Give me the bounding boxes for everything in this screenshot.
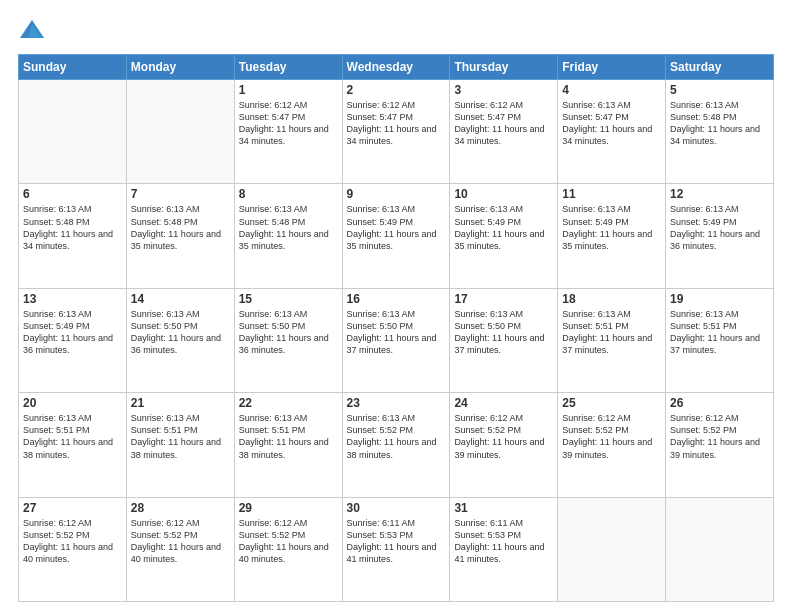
cell-content: Sunrise: 6:12 AM Sunset: 5:52 PM Dayligh… — [670, 412, 769, 461]
calendar-cell: 23Sunrise: 6:13 AM Sunset: 5:52 PM Dayli… — [342, 393, 450, 497]
day-number: 12 — [670, 187, 769, 201]
day-number: 9 — [347, 187, 446, 201]
day-number: 8 — [239, 187, 338, 201]
page: SundayMondayTuesdayWednesdayThursdayFrid… — [0, 0, 792, 612]
calendar-cell — [126, 80, 234, 184]
calendar-week-1: 1Sunrise: 6:12 AM Sunset: 5:47 PM Daylig… — [19, 80, 774, 184]
calendar-cell: 6Sunrise: 6:13 AM Sunset: 5:48 PM Daylig… — [19, 184, 127, 288]
day-number: 11 — [562, 187, 661, 201]
calendar-cell: 5Sunrise: 6:13 AM Sunset: 5:48 PM Daylig… — [666, 80, 774, 184]
calendar-cell: 25Sunrise: 6:12 AM Sunset: 5:52 PM Dayli… — [558, 393, 666, 497]
day-header-tuesday: Tuesday — [234, 55, 342, 80]
cell-content: Sunrise: 6:13 AM Sunset: 5:49 PM Dayligh… — [23, 308, 122, 357]
calendar-cell: 10Sunrise: 6:13 AM Sunset: 5:49 PM Dayli… — [450, 184, 558, 288]
calendar-cell: 11Sunrise: 6:13 AM Sunset: 5:49 PM Dayli… — [558, 184, 666, 288]
cell-content: Sunrise: 6:12 AM Sunset: 5:52 PM Dayligh… — [454, 412, 553, 461]
cell-content: Sunrise: 6:13 AM Sunset: 5:48 PM Dayligh… — [131, 203, 230, 252]
cell-content: Sunrise: 6:12 AM Sunset: 5:52 PM Dayligh… — [239, 517, 338, 566]
day-number: 5 — [670, 83, 769, 97]
calendar-header-row: SundayMondayTuesdayWednesdayThursdayFrid… — [19, 55, 774, 80]
day-number: 6 — [23, 187, 122, 201]
cell-content: Sunrise: 6:13 AM Sunset: 5:50 PM Dayligh… — [454, 308, 553, 357]
cell-content: Sunrise: 6:13 AM Sunset: 5:51 PM Dayligh… — [562, 308, 661, 357]
calendar-cell: 21Sunrise: 6:13 AM Sunset: 5:51 PM Dayli… — [126, 393, 234, 497]
cell-content: Sunrise: 6:13 AM Sunset: 5:48 PM Dayligh… — [670, 99, 769, 148]
calendar-cell: 9Sunrise: 6:13 AM Sunset: 5:49 PM Daylig… — [342, 184, 450, 288]
calendar-cell: 7Sunrise: 6:13 AM Sunset: 5:48 PM Daylig… — [126, 184, 234, 288]
cell-content: Sunrise: 6:13 AM Sunset: 5:50 PM Dayligh… — [239, 308, 338, 357]
day-number: 18 — [562, 292, 661, 306]
day-number: 14 — [131, 292, 230, 306]
calendar-cell — [666, 497, 774, 601]
day-number: 20 — [23, 396, 122, 410]
day-number: 16 — [347, 292, 446, 306]
calendar-cell: 18Sunrise: 6:13 AM Sunset: 5:51 PM Dayli… — [558, 288, 666, 392]
cell-content: Sunrise: 6:13 AM Sunset: 5:47 PM Dayligh… — [562, 99, 661, 148]
calendar-cell: 1Sunrise: 6:12 AM Sunset: 5:47 PM Daylig… — [234, 80, 342, 184]
cell-content: Sunrise: 6:13 AM Sunset: 5:50 PM Dayligh… — [347, 308, 446, 357]
header — [18, 16, 774, 44]
calendar-week-3: 13Sunrise: 6:13 AM Sunset: 5:49 PM Dayli… — [19, 288, 774, 392]
cell-content: Sunrise: 6:13 AM Sunset: 5:49 PM Dayligh… — [562, 203, 661, 252]
day-number: 31 — [454, 501, 553, 515]
day-number: 22 — [239, 396, 338, 410]
calendar-cell: 15Sunrise: 6:13 AM Sunset: 5:50 PM Dayli… — [234, 288, 342, 392]
calendar-cell: 24Sunrise: 6:12 AM Sunset: 5:52 PM Dayli… — [450, 393, 558, 497]
calendar-cell: 14Sunrise: 6:13 AM Sunset: 5:50 PM Dayli… — [126, 288, 234, 392]
day-number: 21 — [131, 396, 230, 410]
cell-content: Sunrise: 6:13 AM Sunset: 5:48 PM Dayligh… — [23, 203, 122, 252]
cell-content: Sunrise: 6:12 AM Sunset: 5:52 PM Dayligh… — [23, 517, 122, 566]
calendar-cell: 16Sunrise: 6:13 AM Sunset: 5:50 PM Dayli… — [342, 288, 450, 392]
day-number: 1 — [239, 83, 338, 97]
cell-content: Sunrise: 6:13 AM Sunset: 5:49 PM Dayligh… — [670, 203, 769, 252]
cell-content: Sunrise: 6:12 AM Sunset: 5:52 PM Dayligh… — [131, 517, 230, 566]
calendar-cell: 29Sunrise: 6:12 AM Sunset: 5:52 PM Dayli… — [234, 497, 342, 601]
calendar-cell — [19, 80, 127, 184]
cell-content: Sunrise: 6:13 AM Sunset: 5:51 PM Dayligh… — [23, 412, 122, 461]
day-header-wednesday: Wednesday — [342, 55, 450, 80]
calendar-cell: 26Sunrise: 6:12 AM Sunset: 5:52 PM Dayli… — [666, 393, 774, 497]
cell-content: Sunrise: 6:12 AM Sunset: 5:47 PM Dayligh… — [239, 99, 338, 148]
day-number: 15 — [239, 292, 338, 306]
calendar-cell: 4Sunrise: 6:13 AM Sunset: 5:47 PM Daylig… — [558, 80, 666, 184]
cell-content: Sunrise: 6:13 AM Sunset: 5:48 PM Dayligh… — [239, 203, 338, 252]
calendar-cell: 31Sunrise: 6:11 AM Sunset: 5:53 PM Dayli… — [450, 497, 558, 601]
calendar-cell: 3Sunrise: 6:12 AM Sunset: 5:47 PM Daylig… — [450, 80, 558, 184]
calendar-cell: 19Sunrise: 6:13 AM Sunset: 5:51 PM Dayli… — [666, 288, 774, 392]
cell-content: Sunrise: 6:11 AM Sunset: 5:53 PM Dayligh… — [347, 517, 446, 566]
day-number: 17 — [454, 292, 553, 306]
day-number: 29 — [239, 501, 338, 515]
cell-content: Sunrise: 6:13 AM Sunset: 5:52 PM Dayligh… — [347, 412, 446, 461]
day-number: 19 — [670, 292, 769, 306]
calendar-cell: 2Sunrise: 6:12 AM Sunset: 5:47 PM Daylig… — [342, 80, 450, 184]
calendar-table: SundayMondayTuesdayWednesdayThursdayFrid… — [18, 54, 774, 602]
calendar-week-5: 27Sunrise: 6:12 AM Sunset: 5:52 PM Dayli… — [19, 497, 774, 601]
day-header-thursday: Thursday — [450, 55, 558, 80]
cell-content: Sunrise: 6:12 AM Sunset: 5:47 PM Dayligh… — [454, 99, 553, 148]
day-header-monday: Monday — [126, 55, 234, 80]
calendar-week-2: 6Sunrise: 6:13 AM Sunset: 5:48 PM Daylig… — [19, 184, 774, 288]
day-number: 10 — [454, 187, 553, 201]
calendar-cell: 12Sunrise: 6:13 AM Sunset: 5:49 PM Dayli… — [666, 184, 774, 288]
logo-icon — [18, 16, 46, 44]
calendar-cell: 28Sunrise: 6:12 AM Sunset: 5:52 PM Dayli… — [126, 497, 234, 601]
day-number: 4 — [562, 83, 661, 97]
cell-content: Sunrise: 6:13 AM Sunset: 5:49 PM Dayligh… — [347, 203, 446, 252]
cell-content: Sunrise: 6:13 AM Sunset: 5:51 PM Dayligh… — [131, 412, 230, 461]
day-number: 23 — [347, 396, 446, 410]
cell-content: Sunrise: 6:12 AM Sunset: 5:47 PM Dayligh… — [347, 99, 446, 148]
cell-content: Sunrise: 6:13 AM Sunset: 5:49 PM Dayligh… — [454, 203, 553, 252]
cell-content: Sunrise: 6:12 AM Sunset: 5:52 PM Dayligh… — [562, 412, 661, 461]
day-number: 27 — [23, 501, 122, 515]
calendar-cell — [558, 497, 666, 601]
day-header-saturday: Saturday — [666, 55, 774, 80]
day-number: 7 — [131, 187, 230, 201]
calendar-cell: 8Sunrise: 6:13 AM Sunset: 5:48 PM Daylig… — [234, 184, 342, 288]
day-number: 25 — [562, 396, 661, 410]
calendar-week-4: 20Sunrise: 6:13 AM Sunset: 5:51 PM Dayli… — [19, 393, 774, 497]
logo — [18, 16, 49, 44]
day-number: 30 — [347, 501, 446, 515]
day-number: 2 — [347, 83, 446, 97]
calendar-cell: 13Sunrise: 6:13 AM Sunset: 5:49 PM Dayli… — [19, 288, 127, 392]
day-header-sunday: Sunday — [19, 55, 127, 80]
